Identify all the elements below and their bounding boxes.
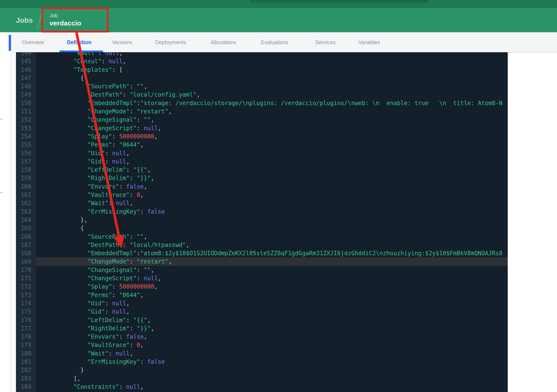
line-number: 167 [16,241,36,249]
line-number: 148 [16,82,36,90]
breadcrumb-current-job[interactable]: Job verdaccio [49,13,81,27]
code-line: 147 { [16,74,508,82]
line-number: 166 [16,233,36,241]
line-number: 163 [16,207,36,216]
line-content: "VaultGrace": 0, [36,341,508,349]
tab-overview[interactable]: Overview [22,32,44,52]
code-line: 177 "RightDelim": "}}", [16,324,508,333]
nomad-job-definition-page: { "header": { "breadcrumb_root": "Jobs",… [0,0,557,392]
code-line: 152 "ChangeSignal": "", [16,115,508,124]
tab-definition[interactable]: Definition [67,32,91,52]
line-number: 180 [16,349,36,358]
line-number: 169 [16,257,36,266]
line-content: "LeftDelim": "{{", [36,166,508,174]
line-number: 154 [16,132,36,141]
line-number: 144 [16,52,36,57]
code-line: 174 "Uid": null, [16,299,508,308]
line-number: 158 [16,166,36,174]
code-line: 157 "Gid": null, [16,157,508,166]
line-content: "EmbeddedTmpl":"atom8:$2y$10$O1S2UIODdmp… [36,249,508,257]
code-line: 146 "Templates": [ [16,66,508,74]
code-line: 168 "EmbeddedTmpl":"atom8:$2y$10$O1S2UIO… [16,249,508,257]
line-content: "DestPath": "local/config.yaml", [36,90,508,99]
code-line: 151 "ChangeMode": "restart", [16,107,508,115]
code-line: 179 "VaultGrace": 0, [16,341,508,349]
line-content: "RightDelim": "}}", [36,174,508,182]
line-number: 146 [16,66,36,74]
code-line: 145 "Consul": null, [16,57,508,65]
code-line: 178 "Envvars": false, [16,333,508,341]
rail-divider [11,53,11,392]
code-line: 170 "ChangeSignal": "", [16,266,508,274]
code-line: 181 "ErrMissingKey": false [16,358,508,366]
line-content: "Gid": null, [36,308,508,316]
line-content: "Perms": "0644", [36,141,508,149]
rail-tick-mark [0,119,3,120]
job-definition-editor[interactable]: 144 "Vault": null,145 "Consul": null,146… [16,52,508,392]
line-number: 182 [16,366,36,374]
line-number: 161 [16,191,36,199]
line-content: "ErrMissingKey": false [36,207,508,216]
breadcrumb-jobs-link[interactable]: Jobs [16,8,33,32]
line-content: "Uid": null, [36,149,508,157]
line-content: "ErrMissingKey": false [36,358,508,366]
line-content: "Perms": "0644", [36,291,508,299]
line-content: "ChangeMode": "restart", [36,107,508,115]
search-input[interactable] [250,0,429,3]
line-number: 155 [16,141,36,149]
line-content: "SourcePath": "", [36,82,508,90]
line-content: "SourcePath": "", [36,233,508,241]
tab-variables[interactable]: Variables [358,32,380,52]
code-line: 144 "Vault": null, [16,52,508,57]
line-number: 147 [16,74,36,82]
line-number: 174 [16,299,36,308]
code-line-active: 169 "ChangeMode": "restart", [16,257,508,266]
code-line: 175 "Gid": null, [16,308,508,316]
line-content: "RightDelim": "}}", [36,324,508,333]
code-line: 160 "Envvars": false, [16,182,508,191]
code-line: 176 "LeftDelim": "{{", [16,316,508,324]
line-content: "DestPath": "local/htpasswd", [36,241,508,249]
code-line: 173 "Perms": "0644", [16,291,508,299]
line-number: 152 [16,115,36,124]
line-number: 168 [16,249,36,257]
breadcrumb-job-name: verdaccio [49,19,81,27]
left-accent-bar [9,35,11,51]
line-number: 164 [16,216,36,224]
tab-versions[interactable]: Versions [112,32,132,52]
breadcrumb-type-label: Job [49,13,81,18]
tab-allocations[interactable]: Allocations [211,32,236,52]
line-number: 156 [16,149,36,157]
line-content: "Envvars": false, [36,182,508,191]
code-line: 183 ], [16,374,508,383]
code-line: 182 } [16,366,508,374]
line-content: "Envvars": false, [36,333,508,341]
code-line: 184 "Constraints": null, [16,383,508,391]
tab-deployments[interactable]: Deployments [155,32,186,52]
code-line: 153 "ChangeScript": null, [16,124,508,132]
breadcrumb-separator-icon [37,12,43,29]
line-number: 173 [16,291,36,299]
line-number: 170 [16,266,36,274]
rail-tick-mark [0,192,3,193]
line-content: "Constraints": null, [36,383,508,391]
line-number: 183 [16,374,36,383]
top-strip [0,0,557,8]
app-header: Jobs Job verdaccio [0,8,557,32]
line-content: "ChangeSignal": "", [36,115,508,124]
line-number: 184 [16,383,36,391]
line-content: "VaultGrace": 0, [36,191,508,199]
tab-evaluations[interactable]: Evaluations [261,32,288,52]
line-content: "Splay": 5000000000, [36,282,508,291]
line-content: "Vault": null, [36,52,508,57]
tab-services[interactable]: Services [315,32,336,52]
left-rail [0,53,16,392]
line-content: ], [36,374,508,383]
code-line: 155 "Perms": "0644", [16,141,508,149]
code-line: 165 { [16,224,508,232]
code-line: 150 "EmbeddedTmpl":"storage: /verdaccio/… [16,99,508,107]
line-content: { [36,74,508,82]
line-content: }, [36,216,508,224]
code-line: 159 "RightDelim": "}}", [16,174,508,182]
line-number: 179 [16,341,36,349]
